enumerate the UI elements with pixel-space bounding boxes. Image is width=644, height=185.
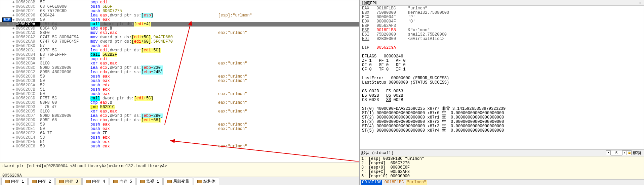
- memory-tab[interactable]: 监视 1: [136, 178, 163, 185]
- bottom-tabs: 内存 1内存 2内存 3内存 4内存 5监视 1局部变量结构体: [0, 177, 359, 185]
- arg-count-input[interactable]: [611, 150, 622, 155]
- disasm-row[interactable]: ●00562CE650push eaxeax:"urlmon": [0, 144, 359, 149]
- spin-up-icon[interactable]: ▴: [622, 150, 627, 155]
- disasm-row[interactable]: ●00562CCA52push edx: [0, 83, 359, 88]
- memory-tab[interactable]: 内存 5: [110, 178, 136, 185]
- disasm-row[interactable]: ●00562CDD8D5F 68lea ebx,dword ptr ds:[ed…: [0, 118, 359, 123]
- dump-icon: [5, 180, 10, 183]
- dump-icon: [32, 180, 37, 183]
- memory-tab[interactable]: 内存 1: [1, 178, 28, 185]
- disasm-row[interactable]: ●00562CE551push ecx: [0, 140, 359, 144]
- unlock-label: 解锁: [632, 150, 642, 156]
- disasm-row[interactable]: ●00562CB95Fpop edi: [0, 57, 359, 61]
- eip-marker: EIP: [2, 17, 12, 22]
- dump-icon: [59, 180, 64, 183]
- dump-icon: [86, 180, 91, 183]
- dump-icon: [113, 180, 118, 183]
- chevron-right-icon: ▸: [639, 0, 642, 5]
- disasm-row[interactable]: ●00562CE26A 7Fpush 7F: [0, 131, 359, 136]
- disasm-row[interactable]: ●00562CC28D95 4B020000lea edx,dword ptr …: [0, 70, 359, 75]
- disasm-row[interactable]: ●00562CA9C747 60 70BFC45Fmov dword ptr d…: [0, 40, 359, 44]
- disasm-row[interactable]: ●00562CE050push eaxeax:"urlmon": [0, 123, 359, 127]
- memory-tab[interactable]: 内存 4: [82, 178, 109, 185]
- disasm-row[interactable]: ●00562C9D83C4 08add esp,8: [0, 27, 359, 31]
- memory-tab[interactable]: 内存 2: [28, 178, 54, 185]
- stack-string: "urlmon": [406, 180, 427, 185]
- stack-header: 默认 (stdcall) ▾ ▴ 🔒 解锁: [360, 149, 644, 156]
- memory-tab[interactable]: 内存 3: [55, 178, 82, 185]
- memory-tab[interactable]: 结构体: [194, 178, 219, 185]
- info-pointer-line: dword ptr [edi+4]=[02B30004 <&LoadLibrar…: [2, 164, 357, 169]
- spin-down-icon[interactable]: ▾: [606, 150, 611, 155]
- stack-deref-addr: 0018F1BC: [385, 180, 404, 185]
- dump-icon: [167, 180, 172, 183]
- calling-convention[interactable]: 默认 (stdcall): [361, 150, 606, 156]
- stack-memory-strip[interactable]: 0018F1B8 0018F1BC "urlmon": [360, 180, 644, 185]
- jump-line: [43, 79, 53, 124]
- dump-icon: [140, 180, 145, 183]
- lock-icon[interactable]: 🔒: [627, 150, 632, 155]
- stack-esp-addr: 0018F1B8: [361, 180, 382, 185]
- disasm-row[interactable]: ●00562CC950push eaxeax:"urlmon": [0, 79, 359, 83]
- disasm-row[interactable]: ●00562CC850push eaxeax:"urlmon": [0, 75, 359, 79]
- disasm-row[interactable]: ●00562C968D0424lea eax,dword ptr ss:[esp…: [0, 13, 359, 18]
- stack-args-pane[interactable]: 1: [esp] 0018F1BC "urlmon"2: [esp+4] 6D6…: [360, 156, 644, 180]
- disasm-row[interactable]: ●00562CB4E8 76FEFFFFcall 562B2F: [0, 53, 359, 57]
- disasm-row[interactable]: ●00562CD3˅ 75 47jne 562D1C: [0, 105, 359, 109]
- disasm-row[interactable]: ●00562CE150push eaxeax:"urlmon": [0, 127, 359, 131]
- stack-arg-row[interactable]: 5: [esp+10] 00000000: [361, 174, 642, 179]
- memory-tab[interactable]: 局部变量: [163, 178, 193, 185]
- disasm-row[interactable]: ●00562CE453push ebx: [0, 136, 359, 140]
- dump-icon: [197, 180, 202, 183]
- disassembly-view[interactable]: ●00562C8B5Fpop edi●00562C8C68 6F6E0000pu…: [0, 0, 359, 162]
- fpu-toggle[interactable]: 隐藏FPU▸: [360, 0, 644, 5]
- disasm-row[interactable]: ●00562CCB51push ecx: [0, 88, 359, 92]
- info-strip: dword ptr [edi+4]=[02B30004 <&LoadLibrar…: [0, 162, 359, 177]
- registers-pane[interactable]: EAX 0018F1BC "urlmon"EBX 75080000 kernel…: [360, 5, 644, 149]
